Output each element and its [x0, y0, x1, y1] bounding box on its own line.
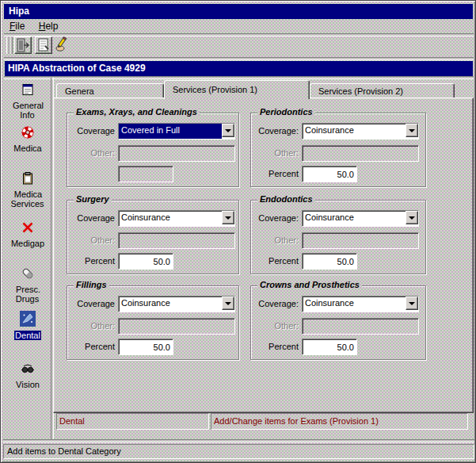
- menu-bar: File Help: [4, 19, 473, 33]
- sidebar-item-label: Medica Services: [10, 189, 44, 209]
- tab-label: Services (Provision 1): [173, 85, 257, 94]
- tab-services-provision-2[interactable]: Services (Provision 2): [310, 83, 455, 98]
- group-fillings: Fillings Coverage Coinsurance Other: Per…: [67, 285, 239, 360]
- coverage-dropdown[interactable]: Coinsurance: [118, 210, 235, 227]
- title-bar[interactable]: Hipa: [4, 4, 473, 19]
- divider: [4, 76, 474, 79]
- percent-input[interactable]: [302, 253, 357, 270]
- case-header: HIPA Abstraction of Case 4929: [5, 61, 473, 76]
- tab-label: Services (Provision 2): [318, 86, 403, 96]
- sidebar-item-dental[interactable]: Dental: [4, 311, 51, 340]
- other-input: [302, 318, 419, 335]
- lifebuoy-icon: [21, 125, 35, 140]
- group-title: Exams, Xrays, and Cleanings: [74, 107, 200, 117]
- menu-file[interactable]: File: [4, 19, 30, 33]
- chevron-down-icon: [225, 129, 231, 136]
- status-bar: Add items to Dental Category: [3, 444, 474, 459]
- other-label: Other:: [69, 235, 115, 245]
- sidebar-item-label: Medigap: [10, 239, 45, 248]
- red-x-icon: [21, 220, 35, 235]
- sidebar-item-general-info[interactable]: General Info: [4, 82, 51, 120]
- other-input: [118, 318, 235, 335]
- coverage-dropdown[interactable]: Coinsurance: [118, 296, 235, 312]
- status-bar-text: Add items to Dental Category: [7, 446, 121, 456]
- chevron-down-icon: [225, 216, 231, 223]
- coverage-value: Coinsurance: [303, 297, 406, 312]
- sidebar-item-medica[interactable]: Medica: [4, 125, 51, 153]
- sidebar-item-vision[interactable]: Vision: [4, 362, 51, 389]
- other-label: Other:: [253, 235, 299, 245]
- menu-help[interactable]: Help: [33, 19, 64, 33]
- services-provision1-panel: Exams, Xrays, and Cleanings Coverage Cov…: [53, 98, 474, 413]
- glasses-icon: [21, 362, 35, 376]
- sidebar-item-label: Presc. Drugs: [15, 285, 40, 304]
- dropdown-button[interactable]: [222, 297, 234, 310]
- group-crowns-prosthetics: Crowns and Prosthetics Coverage: Coinsur…: [250, 285, 426, 360]
- sidebar-item-medica-services[interactable]: Medica Services: [4, 171, 51, 209]
- hand-pen-icon: [53, 36, 69, 52]
- coverage-label: Coverage:: [253, 299, 299, 308]
- coverage-value: Coinsurance: [119, 297, 222, 312]
- dropdown-button[interactable]: [406, 211, 418, 224]
- other-input: [118, 232, 235, 249]
- group-title: Fillings: [74, 280, 109, 289]
- dropdown-button[interactable]: [406, 124, 418, 137]
- pill-icon: [21, 266, 35, 281]
- percent-input[interactable]: [118, 253, 173, 270]
- toolbar: [4, 35, 473, 56]
- percent-label: Percent: [253, 256, 299, 266]
- application-window: Hipa File Help: [0, 0, 476, 463]
- coverage-label: Coverage: [69, 213, 115, 223]
- coverage-value: Coinsurance: [303, 124, 406, 139]
- group-exams-xrays-cleanings: Exams, Xrays, and Cleanings Coverage Cov…: [67, 113, 239, 187]
- percent-label: Percent: [69, 256, 115, 266]
- category-sidebar: General Info Medica Medica Services Medi…: [4, 78, 51, 440]
- action-status-text: Add/Change items for Exams (Provision 1): [214, 416, 379, 426]
- coverage-label: Coverage:: [253, 126, 299, 136]
- coverage-label: Coverage: [69, 299, 115, 308]
- coverage-dropdown[interactable]: Coinsurance: [302, 210, 419, 227]
- other-input: [302, 232, 419, 249]
- tab-services-provision-1[interactable]: Services (Provision 1): [164, 80, 310, 99]
- group-periodontics: Periodontics Coverage: Coinsurance Other…: [250, 113, 426, 187]
- case-header-title: HIPA Abstraction of Case 4929: [8, 63, 146, 74]
- divider: [4, 57, 474, 60]
- group-surgery: Surgery Coverage Coinsurance Other: Perc…: [67, 200, 239, 274]
- divider: [3, 439, 474, 442]
- dropdown-button[interactable]: [406, 297, 418, 310]
- document-icon: [36, 37, 51, 53]
- chevron-down-icon: [225, 302, 231, 308]
- dropdown-button[interactable]: [222, 124, 234, 137]
- exit-button[interactable]: [14, 36, 32, 54]
- percent-input[interactable]: [302, 339, 357, 355]
- sidebar-item-label: Medica: [13, 143, 42, 153]
- sidebar-item-medigap[interactable]: Medigap: [4, 220, 51, 248]
- clipboard-icon: [21, 171, 35, 186]
- coverage-dropdown[interactable]: Coinsurance: [302, 296, 419, 312]
- sign-button[interactable]: [53, 36, 70, 54]
- coverage-label: Coverage: [69, 126, 115, 136]
- report-button[interactable]: [35, 36, 52, 54]
- coverage-value: Covered in Full: [119, 124, 222, 139]
- tab-general[interactable]: Genera: [56, 83, 164, 98]
- category-status-panel: Dental: [56, 413, 209, 430]
- percent-input[interactable]: [302, 166, 357, 182]
- dropdown-button[interactable]: [222, 211, 234, 224]
- form-icon: [21, 82, 35, 97]
- group-title: Endodontics: [257, 194, 315, 204]
- other-input: [302, 145, 419, 162]
- percent-label: Percent: [253, 169, 299, 178]
- coverage-dropdown[interactable]: Covered in Full: [118, 123, 235, 140]
- sidebar-item-presc-drugs[interactable]: Presc. Drugs: [4, 266, 51, 304]
- coverage-label: Coverage:: [253, 213, 299, 223]
- percent-label: Percent: [253, 342, 299, 351]
- sidebar-item-label: Dental: [14, 331, 41, 340]
- window-title: Hipa: [9, 6, 29, 17]
- sidebar-item-label: Vision: [15, 380, 40, 389]
- coverage-dropdown[interactable]: Coinsurance: [302, 123, 419, 140]
- chevron-down-icon: [409, 129, 415, 136]
- other-label: Other:: [69, 148, 115, 158]
- toolbar-gripper[interactable]: [10, 37, 13, 54]
- group-title: Periodontics: [257, 107, 315, 117]
- percent-input[interactable]: [118, 339, 173, 355]
